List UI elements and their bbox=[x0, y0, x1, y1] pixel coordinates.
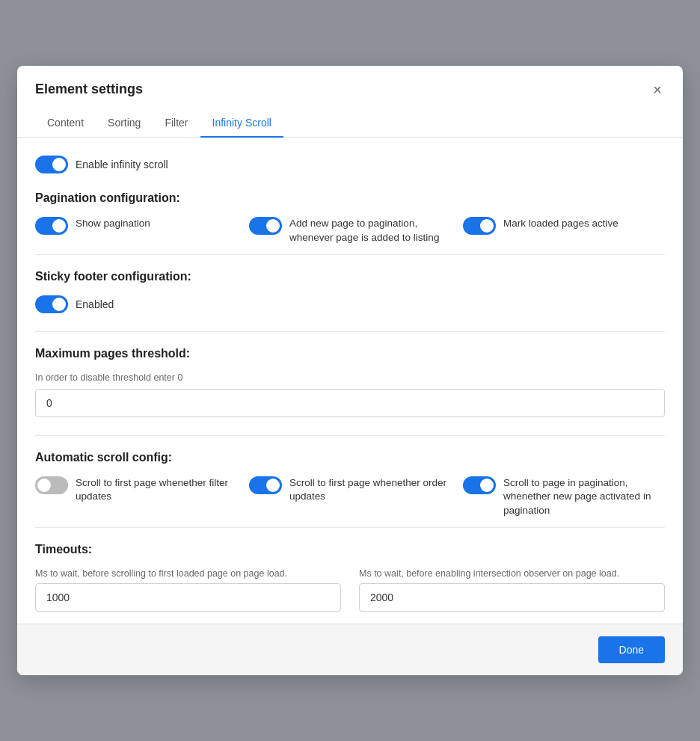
scroll-filter-toggle[interactable] bbox=[35, 476, 68, 494]
tab-infinity-scroll[interactable]: Infinity Scroll bbox=[200, 109, 283, 138]
scroll-filter-label: Scroll to first page whenether filter up… bbox=[76, 476, 237, 505]
sticky-enabled-toggle[interactable] bbox=[35, 295, 68, 313]
divider-2 bbox=[35, 331, 665, 332]
modal-footer: Done bbox=[17, 624, 683, 675]
divider-1 bbox=[35, 254, 665, 255]
modal-overlay: Element settings × Content Sorting Filte… bbox=[0, 0, 700, 741]
toggle-slider bbox=[35, 217, 68, 235]
pagination-grid: Show pagination Add new page to paginati… bbox=[35, 217, 665, 245]
mark-loaded-row: Mark loaded pages active bbox=[463, 217, 665, 245]
timeouts-grid: Ms to wait, before scrolling to first lo… bbox=[35, 568, 665, 612]
max-threshold-input[interactable] bbox=[35, 389, 665, 417]
mark-loaded-label: Mark loaded pages active bbox=[503, 217, 618, 231]
mark-loaded-toggle[interactable] bbox=[463, 217, 496, 235]
modal-body: Enable infinity scroll Pagination config… bbox=[17, 138, 683, 624]
tabs-bar: Content Sorting Filter Infinity Scroll bbox=[17, 109, 683, 138]
toggle-slider bbox=[35, 295, 68, 313]
scroll-order-row: Scroll to first page whenether order upd… bbox=[249, 476, 451, 519]
toggle-slider bbox=[35, 156, 68, 173]
sticky-enabled-row: Enabled bbox=[35, 295, 665, 313]
toggle-slider bbox=[463, 476, 496, 494]
close-button[interactable]: × bbox=[650, 79, 665, 100]
tab-content[interactable]: Content bbox=[35, 109, 96, 138]
sticky-footer-title: Sticky footer configuration: bbox=[35, 270, 665, 283]
element-settings-modal: Element settings × Content Sorting Filte… bbox=[17, 66, 683, 675]
scroll-page-label: Scroll to page in pagination, whenether … bbox=[503, 476, 665, 519]
toggle-slider bbox=[463, 217, 496, 235]
divider-3 bbox=[35, 435, 665, 436]
add-new-page-toggle[interactable] bbox=[249, 217, 282, 235]
auto-scroll-title: Automatic scroll config: bbox=[35, 451, 665, 464]
timeouts-title: Timeouts: bbox=[35, 543, 665, 556]
timeout2-hint: Ms to wait, before enabling intersection… bbox=[359, 568, 665, 579]
tab-filter[interactable]: Filter bbox=[153, 109, 200, 138]
enable-infinity-scroll-row: Enable infinity scroll bbox=[35, 156, 665, 173]
sticky-enabled-label: Enabled bbox=[76, 298, 114, 310]
max-threshold-hint: In order to disable threshold enter 0 bbox=[35, 372, 665, 383]
scroll-order-toggle[interactable] bbox=[249, 476, 282, 494]
max-threshold-input-section bbox=[35, 389, 665, 417]
timeout1-input[interactable] bbox=[35, 583, 341, 612]
scroll-page-row: Scroll to page in pagination, whenether … bbox=[463, 476, 665, 519]
auto-scroll-grid: Scroll to first page whenether filter up… bbox=[35, 476, 665, 519]
show-pagination-label: Show pagination bbox=[76, 217, 150, 231]
done-button[interactable]: Done bbox=[598, 636, 665, 663]
show-pagination-row: Show pagination bbox=[35, 217, 237, 245]
show-pagination-toggle[interactable] bbox=[35, 217, 68, 235]
add-new-page-label: Add new page to pagination, whenever pag… bbox=[289, 217, 451, 245]
modal-title: Element settings bbox=[35, 82, 143, 97]
add-new-page-row: Add new page to pagination, whenever pag… bbox=[249, 217, 451, 245]
pagination-config-title: Pagination configuration: bbox=[35, 191, 665, 205]
enable-infinity-scroll-toggle[interactable] bbox=[35, 156, 68, 173]
toggle-slider bbox=[249, 217, 282, 235]
scroll-order-label: Scroll to first page whenether order upd… bbox=[289, 476, 451, 505]
timeout1-hint: Ms to wait, before scrolling to first lo… bbox=[35, 568, 341, 579]
toggle-slider bbox=[35, 476, 68, 494]
scroll-page-toggle[interactable] bbox=[463, 476, 496, 494]
timeout2-input[interactable] bbox=[359, 583, 665, 612]
enable-infinity-scroll-label: Enable infinity scroll bbox=[76, 159, 168, 170]
timeout2-group: Ms to wait, before enabling intersection… bbox=[359, 568, 665, 612]
scroll-filter-row: Scroll to first page whenether filter up… bbox=[35, 476, 237, 519]
divider-4 bbox=[35, 527, 665, 528]
max-threshold-title: Maximum pages threshold: bbox=[35, 347, 665, 360]
tab-sorting[interactable]: Sorting bbox=[96, 109, 153, 138]
toggle-slider bbox=[249, 476, 282, 494]
modal-header: Element settings × bbox=[17, 66, 683, 100]
timeout1-group: Ms to wait, before scrolling to first lo… bbox=[35, 568, 341, 612]
